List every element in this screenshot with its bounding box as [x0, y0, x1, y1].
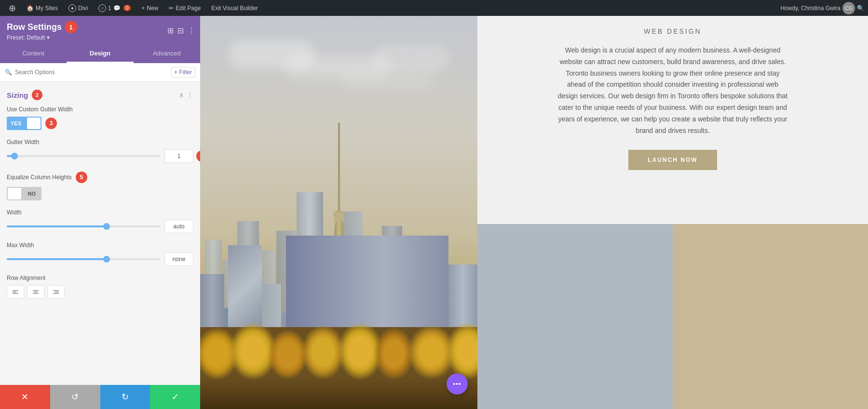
new-link[interactable]: + New: [136, 0, 163, 16]
toggle-no-handle: [8, 188, 21, 199]
search-input[interactable]: [15, 69, 168, 76]
search-icon: 🔍: [5, 69, 12, 76]
divi-link[interactable]: ● Divi: [64, 0, 93, 16]
expand-icon[interactable]: ⊞: [167, 26, 174, 35]
howdy-label: Howdy, Christina Gwira: [781, 5, 841, 12]
city-section: •••: [200, 16, 477, 409]
my-sites-link[interactable]: 🏠 My Sites: [22, 0, 63, 16]
divi-icon: ●: [68, 4, 76, 12]
content-section: WEB DESIGN Web design is a crucial aspec…: [477, 16, 868, 224]
step-badge-1: 1: [65, 21, 77, 33]
slider-track: [7, 155, 161, 157]
row-alignment-setting: Row Alignment: [7, 275, 193, 299]
gutter-slider-setting: Gutter Width 1 4: [7, 139, 193, 163]
filter-button[interactable]: + Filter: [171, 67, 195, 78]
align-center-button[interactable]: [27, 285, 44, 299]
more-options-icon[interactable]: ⋮: [187, 91, 193, 99]
toggle-yes-handle: [27, 118, 41, 129]
page-preview: ••• WEB DESIGN Web design is a crucial a…: [200, 16, 868, 409]
width-value[interactable]: auto: [164, 220, 193, 233]
panel-footer: ✕ ↺ ↻ ✓: [0, 385, 200, 409]
max-width-value[interactable]: none: [164, 252, 193, 266]
comments-link[interactable]: ○ 1 💬 0: [94, 0, 136, 16]
panel-preset[interactable]: Preset: Default ▾: [7, 34, 193, 41]
section-controls: ∧ ⋮: [179, 91, 193, 99]
width-slider[interactable]: auto: [7, 220, 193, 233]
search-bar: 🔍 + Filter: [0, 63, 200, 82]
redo-button[interactable]: ↻: [100, 385, 150, 409]
save-icon: ✓: [172, 392, 179, 402]
search-icon[interactable]: 🔍: [857, 5, 864, 12]
gutter-value[interactable]: 1: [164, 149, 193, 163]
more-icon[interactable]: ⋮: [188, 26, 195, 35]
plus-icon: +: [141, 5, 145, 12]
collapse-icon[interactable]: ∧: [179, 91, 184, 99]
max-width-slider[interactable]: none: [7, 252, 193, 266]
slider-thumb[interactable]: [11, 153, 18, 159]
align-left-button[interactable]: [7, 285, 24, 299]
step-badge-3: 3: [45, 118, 57, 129]
pencil-icon: ✏: [169, 5, 174, 12]
comment-count: 1: [108, 5, 111, 12]
toggle-no[interactable]: NO: [7, 187, 41, 200]
alignment-buttons: [7, 285, 193, 299]
trees: [200, 322, 477, 380]
comment-icon: 💬: [113, 5, 121, 12]
gutter-width-label: Use Custom Gutter Width: [7, 106, 193, 113]
panel-header-icons: ⊞ ⊟ ⋮: [167, 26, 195, 35]
bottom-swatches: [477, 224, 868, 409]
buildings-fg: [200, 236, 477, 332]
row-alignment-label: Row Alignment: [7, 275, 193, 281]
sizing-title-text: Sizing: [7, 91, 28, 99]
admin-bar: ⊕ 🏠 My Sites ● Divi ○ 1 💬 0 + New ✏ Edit…: [0, 0, 868, 16]
floating-btn-icon: •••: [453, 380, 461, 388]
cancel-button[interactable]: ✕: [0, 385, 50, 409]
tab-design[interactable]: Design: [67, 45, 133, 63]
tab-content[interactable]: Content: [0, 45, 67, 63]
panel-body: Sizing 2 ∧ ⋮ Use Custom Gutter Width: [0, 82, 200, 385]
edit-page-link[interactable]: ✏ Edit Page: [164, 0, 205, 16]
max-width-slider-track: [7, 258, 161, 260]
wp-icon: ⊕: [9, 3, 16, 13]
equalize-setting: Equalize Column Heights 5 NO: [7, 172, 193, 200]
undo-button[interactable]: ↺: [50, 385, 100, 409]
settings-panel: Row Settings 1 Preset: Default ▾ ⊞ ⊟ ⋮ C…: [0, 16, 200, 409]
redo-icon: ↻: [122, 392, 129, 402]
gutter-slider[interactable]: [7, 155, 161, 157]
swatch-gray: [477, 224, 673, 409]
floating-action-button[interactable]: •••: [447, 373, 468, 395]
toggle-yes[interactable]: YES: [7, 117, 41, 130]
gutter-slider-label: Gutter Width: [7, 139, 193, 145]
max-width-slider-thumb[interactable]: [103, 256, 110, 263]
tab-advanced[interactable]: Advanced: [134, 45, 200, 63]
admin-bar-left: ⊕ 🏠 My Sites ● Divi ○ 1 💬 0 + New ✏ Edit…: [4, 0, 781, 16]
toggle-no-label: NO: [24, 191, 40, 197]
house-icon: 🏠: [27, 5, 34, 12]
circle-icon: ○: [98, 4, 106, 12]
cancel-icon: ✕: [21, 392, 28, 402]
divi-label: Divi: [78, 5, 88, 12]
columns-icon[interactable]: ⊟: [177, 26, 184, 35]
filter-label: + Filter: [174, 69, 192, 76]
exit-visual-builder-link[interactable]: Exit Visual Builder: [206, 0, 263, 16]
width-label: Width: [7, 209, 193, 216]
gutter-toggle-container: YES 3: [7, 117, 193, 130]
save-button[interactable]: ✓: [150, 385, 200, 409]
max-width-setting: Max Width none: [7, 242, 193, 266]
clouds: [200, 30, 477, 127]
right-panel: WEB DESIGN Web design is a crucial aspec…: [477, 16, 868, 409]
sizing-section-header: Sizing 2 ∧ ⋮: [7, 90, 193, 100]
panel-header: Row Settings 1 Preset: Default ▾ ⊞ ⊟ ⋮: [0, 16, 200, 45]
wp-home-link[interactable]: ⊕: [4, 0, 21, 16]
max-width-slider-fill: [7, 258, 107, 260]
panel-title-text: Row Settings: [7, 22, 62, 32]
panel-title: Row Settings 1: [7, 21, 193, 33]
user-avatar[interactable]: CG: [842, 2, 855, 14]
width-slider-thumb[interactable]: [103, 223, 110, 230]
align-right-button[interactable]: [47, 285, 65, 299]
launch-now-button[interactable]: LAUNCH NOW: [628, 150, 717, 170]
web-design-title: WEB DESIGN: [644, 27, 701, 35]
width-setting: Width auto: [7, 209, 193, 233]
max-width-label: Max Width: [7, 242, 193, 249]
width-slider-fill: [7, 225, 107, 227]
